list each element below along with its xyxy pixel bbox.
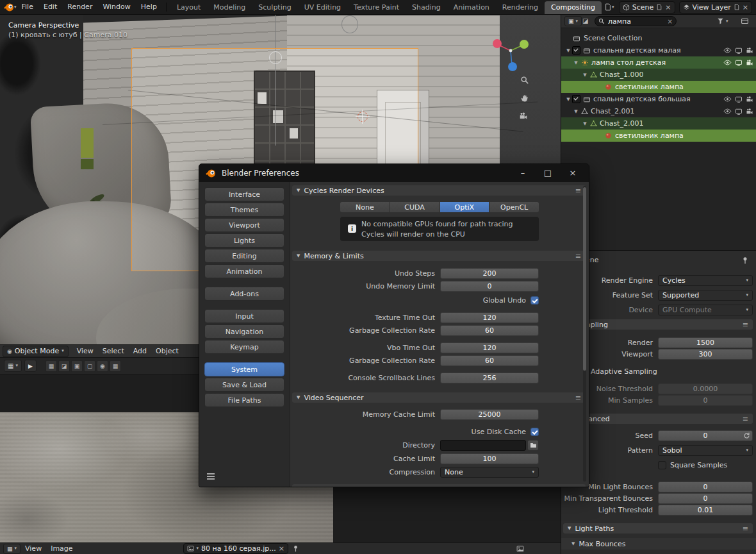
device-option-opencl[interactable]: OpenCL [489, 202, 539, 212]
tab-compositing[interactable]: Compositing [545, 1, 602, 14]
hide-eye-icon[interactable] [723, 46, 732, 55]
sidebar-item-input[interactable]: Input [204, 309, 284, 323]
undo-steps-field[interactable]: 200 [440, 268, 539, 279]
menu-file[interactable]: File [17, 0, 38, 14]
menu-help[interactable]: Help [136, 0, 162, 14]
tab-shading[interactable]: Shading [406, 1, 447, 14]
pin-id-icon[interactable] [741, 256, 749, 264]
expand-icon[interactable]: ▼ [564, 48, 572, 53]
min-transparent-bounces-field[interactable]: 0 [658, 493, 753, 504]
outliner-row-scene-collection[interactable]: Scene Collection [561, 32, 756, 44]
noise-threshold-field[interactable]: 0.0000 [658, 383, 753, 394]
outliner-row-chast1[interactable]: ▼ Chast_1.000 [561, 69, 756, 81]
pan-hand-icon[interactable] [520, 94, 529, 103]
section-menu-icon[interactable]: ≡ [743, 321, 748, 328]
min-samples-field[interactable]: 0 [658, 395, 753, 406]
scene-selector[interactable]: Scene × [619, 1, 675, 13]
cache-limit-field[interactable]: 100 [440, 453, 539, 464]
image-menu-image[interactable]: Image [46, 544, 77, 553]
outliner-row-collection-2[interactable]: ▼ спальня детская большая [561, 93, 756, 105]
viewport-menu-view[interactable]: View [72, 347, 98, 355]
outliner-row-collection-1[interactable]: ▼ спальня детская малая [561, 44, 756, 56]
memory-cache-limit-field[interactable]: 25000 [440, 409, 539, 420]
viewport-samples-field[interactable]: 300 [658, 349, 753, 360]
search-input[interactable] [607, 17, 666, 26]
disable-viewport-icon[interactable] [735, 108, 743, 115]
viewport-menu-add[interactable]: Add [129, 347, 151, 355]
compression-dropdown[interactable]: None ▾ [440, 467, 539, 478]
expand-icon[interactable]: ▼ [572, 60, 580, 65]
section-menu-icon[interactable]: ≡ [575, 253, 581, 260]
sound-section-header[interactable]: ▼ Sound [292, 484, 586, 487]
memory-limits-section-header[interactable]: ▼ Memory & Limits ≡ [292, 251, 586, 261]
prefs-menu-icon[interactable] [206, 471, 216, 482]
undo-memory-field[interactable]: 0 [440, 281, 539, 292]
seed-field[interactable]: 0 [658, 430, 753, 441]
min-light-bounces-field[interactable]: 0 [658, 482, 753, 492]
tab-texture-paint[interactable]: Texture Paint [347, 1, 406, 14]
toggle-icon-1[interactable]: ▦ [45, 360, 57, 372]
sampling-section-header[interactable]: ▼ Sampling ≡ [563, 319, 753, 330]
section-menu-icon[interactable]: ≡ [575, 394, 581, 401]
device-option-optix[interactable]: OptiX [440, 202, 490, 212]
image-menu-view[interactable]: View [21, 544, 46, 553]
light-paths-section-header[interactable]: ▼ Light Paths ≡ [563, 523, 753, 533]
toggle-icon-2[interactable]: ◪ [58, 360, 70, 372]
expand-icon[interactable]: ▼ [581, 72, 589, 78]
tab-modeling[interactable]: Modeling [207, 1, 252, 14]
pin-image-icon[interactable] [292, 545, 299, 552]
sidebar-item-themes[interactable]: Themes [204, 203, 284, 217]
preferences-titlebar[interactable]: Blender Preferences – □ × [199, 164, 589, 182]
image-display-icon[interactable] [516, 545, 524, 553]
light-threshold-field[interactable]: 0.01 [658, 505, 753, 516]
sidebar-item-system[interactable]: System [204, 362, 284, 376]
hide-eye-icon[interactable] [723, 58, 732, 67]
collection-checkbox[interactable] [572, 95, 580, 103]
outliner-type-dropdown[interactable]: ▣ ▾ [564, 16, 582, 26]
disable-viewport-icon[interactable] [735, 59, 743, 67]
outliner-row-chast2-object[interactable]: ▼ Chast_2.001 [561, 105, 756, 117]
outliner-display-mode-icon[interactable]: ◪ [582, 17, 588, 24]
feature-set-dropdown[interactable]: Supported ▾ [658, 290, 753, 301]
tab-animation[interactable]: Animation [447, 1, 496, 14]
expand-icon[interactable]: ▼ [564, 97, 572, 102]
disable-viewport-icon[interactable] [735, 47, 743, 55]
max-bounces-subpanel[interactable]: ▼ Max Bounces [561, 538, 756, 550]
collection-checkbox[interactable] [572, 46, 580, 55]
device-option-none[interactable]: None [340, 202, 390, 212]
cycles-devices-section-header[interactable]: ▼ Cycles Render Devices ≡ [292, 185, 586, 196]
close-button[interactable]: × [563, 164, 582, 182]
minimize-button[interactable]: – [513, 164, 532, 182]
toggle-icon-4[interactable]: ▢ [84, 360, 95, 372]
remove-view-layer-icon[interactable]: × [743, 3, 748, 12]
toggle-icon-5[interactable]: ◉ [97, 360, 108, 372]
menu-render[interactable]: Render [62, 0, 97, 14]
disable-render-icon[interactable] [746, 59, 753, 67]
tab-uv-editing[interactable]: UV Editing [298, 1, 347, 14]
tab-layout[interactable]: Layout [170, 1, 207, 14]
outliner-row-chast2-data[interactable]: ▼ Chast_2.001 [561, 117, 756, 130]
hide-eye-icon[interactable] [723, 107, 732, 115]
blender-logo-icon[interactable] [4, 2, 14, 12]
vbo-timeout-field[interactable]: 120 [440, 342, 539, 353]
seed-animate-icon[interactable] [743, 432, 750, 439]
section-menu-icon[interactable]: ≡ [743, 416, 748, 423]
toggle-icon-3[interactable]: ▣ [71, 360, 83, 372]
scrollbar-thumb[interactable] [583, 187, 586, 371]
sidebar-item-navigation[interactable]: Navigation [204, 324, 284, 339]
menu-edit[interactable]: Edit [38, 0, 62, 14]
sidebar-item-file-paths[interactable]: File Paths [204, 393, 284, 407]
sidebar-item-save-load[interactable]: Save & Load [204, 378, 284, 392]
use-disk-cache-checkbox[interactable] [530, 428, 539, 436]
global-undo-checkbox[interactable] [530, 296, 539, 305]
disable-render-icon[interactable] [746, 47, 753, 55]
image-browse-icon[interactable] [187, 545, 194, 552]
device-option-cuda[interactable]: CUDA [390, 202, 440, 212]
prefs-scrollbar[interactable] [583, 186, 586, 482]
square-samples-checkbox[interactable] [658, 461, 666, 469]
disable-render-icon[interactable] [746, 108, 753, 115]
hide-eye-icon[interactable] [723, 95, 732, 103]
texture-timeout-field[interactable]: 120 [440, 312, 539, 323]
video-sequencer-section-header[interactable]: ▼ Video Sequencer ≡ [292, 392, 586, 403]
sidebar-item-animation[interactable]: Animation [204, 264, 284, 278]
